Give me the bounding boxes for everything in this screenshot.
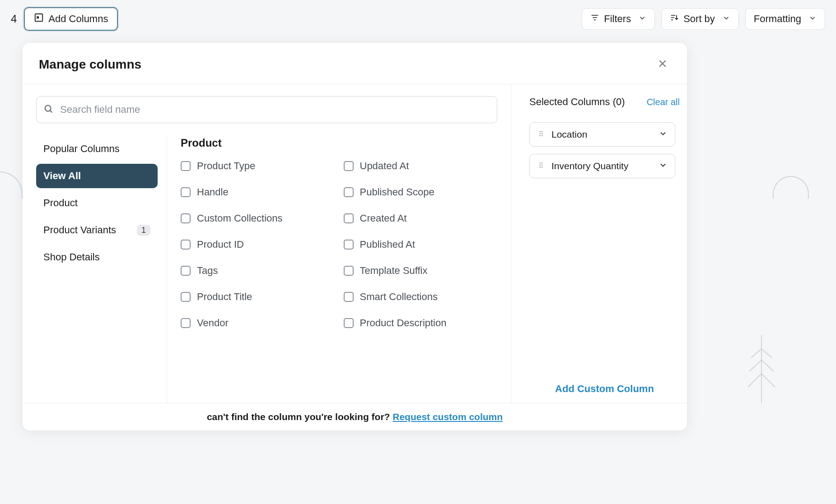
chevron-down-icon[interactable] (659, 129, 668, 140)
svg-point-24 (542, 135, 543, 136)
field-label: Product Type (197, 160, 255, 172)
sidebar-item-product-variants[interactable]: Product Variants 1 (36, 218, 158, 242)
sidebar-item-view-all[interactable]: View All (36, 164, 158, 188)
field-checkbox-item[interactable]: Created At (344, 213, 498, 224)
field-label: Product Description (360, 317, 447, 329)
svg-point-30 (542, 166, 543, 168)
add-columns-icon (34, 13, 44, 25)
svg-line-6 (761, 374, 775, 387)
sidebar-item-label: Product (43, 197, 78, 209)
field-checkbox-item[interactable]: Product Description (344, 317, 498, 329)
checkbox-icon (344, 240, 354, 250)
field-checkbox-item[interactable]: Product Type (181, 160, 335, 172)
top-toolbar: 4 Add Columns (0, 0, 836, 38)
checkbox-icon (181, 213, 191, 223)
sidebar-item-popular[interactable]: Popular Columns (36, 137, 158, 161)
filters-button[interactable]: Filters (582, 8, 655, 30)
field-checkbox-item[interactable]: Product ID (181, 239, 335, 250)
svg-line-18 (50, 111, 52, 113)
field-label: Vendor (197, 317, 229, 329)
field-checkbox-item[interactable]: Published Scope (344, 186, 498, 198)
field-label: Custom Collections (197, 213, 283, 224)
drag-handle-icon[interactable] (537, 129, 545, 139)
svg-point-21 (539, 133, 541, 134)
svg-point-23 (539, 135, 541, 136)
selected-column-label: Inventory Quantity (551, 161, 628, 171)
search-input[interactable] (36, 96, 497, 123)
field-checkbox-item[interactable]: Product Title (181, 291, 335, 303)
field-label: Smart Collections (360, 291, 438, 303)
add-custom-column-button[interactable]: Add Custom Column (529, 375, 680, 403)
svg-point-28 (542, 165, 543, 166)
field-checkbox-item[interactable]: Template Suffix (344, 265, 498, 277)
field-checkbox-item[interactable]: Updated At (344, 160, 498, 172)
chevron-down-icon (638, 13, 646, 25)
checkbox-icon (344, 187, 354, 197)
selected-column-item[interactable]: Inventory Quantity (529, 154, 675, 178)
clear-all-button[interactable]: Clear all (647, 97, 680, 107)
svg-point-29 (539, 166, 541, 168)
field-label: Handle (197, 186, 229, 198)
bg-tree-icon (746, 335, 777, 405)
field-label: Tags (197, 265, 218, 277)
checkbox-icon (181, 318, 191, 328)
field-label: Created At (360, 213, 407, 224)
sidebar-badge: 1 (137, 225, 150, 236)
fields-scroll-area[interactable]: Product Product Type Updated At Handle P… (167, 137, 497, 403)
field-label: Template Suffix (360, 265, 428, 277)
checkbox-icon (344, 292, 354, 302)
checkbox-icon (344, 213, 354, 223)
sort-by-label: Sort by (683, 13, 715, 25)
field-checkbox-item[interactable]: Published At (344, 239, 498, 250)
checkbox-icon (181, 161, 191, 171)
selected-column-item[interactable]: Location (529, 122, 675, 147)
checkbox-icon (181, 292, 191, 302)
selected-column-label: Location (551, 129, 587, 140)
add-columns-label: Add Columns (48, 13, 108, 25)
add-columns-button[interactable]: Add Columns (24, 7, 118, 31)
svg-line-5 (748, 374, 761, 387)
filter-icon (590, 13, 599, 25)
field-checkbox-item[interactable]: Tags (181, 265, 335, 277)
field-label: Product ID (197, 239, 244, 250)
svg-line-3 (749, 360, 761, 371)
selected-list-scroll[interactable]: Location Inventory Quantity (529, 122, 680, 375)
field-checkbox-item[interactable]: Smart Collections (344, 291, 498, 303)
checkbox-icon (181, 266, 191, 276)
field-checkbox-item[interactable]: Custom Collections (181, 213, 335, 224)
checkbox-icon (181, 187, 191, 197)
sidebar-item-label: View All (43, 170, 81, 182)
checkbox-icon (344, 266, 354, 276)
sidebar-item-label: Popular Columns (43, 143, 120, 155)
svg-point-22 (542, 133, 543, 134)
checkbox-icon (344, 318, 354, 328)
close-button[interactable] (654, 55, 671, 73)
category-sidebar: Popular Columns View All Product Product… (36, 137, 167, 403)
chevron-down-icon[interactable] (659, 161, 668, 171)
field-label: Published At (360, 239, 415, 250)
checkbox-icon (344, 161, 354, 171)
field-label: Updated At (360, 160, 409, 172)
drag-handle-icon[interactable] (537, 161, 545, 171)
bg-cloud-right (773, 176, 809, 199)
sort-by-button[interactable]: Sort by (661, 8, 739, 30)
chevron-down-icon (722, 13, 730, 25)
formatting-label: Formatting (754, 13, 801, 25)
svg-point-19 (539, 131, 541, 132)
field-checkbox-item[interactable]: Vendor (181, 317, 335, 329)
toolbar-number: 4 (11, 13, 17, 25)
svg-point-25 (539, 162, 541, 164)
close-icon (657, 64, 668, 70)
sidebar-item-label: Shop Details (43, 251, 100, 263)
svg-point-27 (539, 165, 541, 166)
sidebar-item-label: Product Variants (43, 224, 116, 236)
formatting-button[interactable]: Formatting (745, 8, 825, 30)
field-checkbox-item[interactable]: Handle (181, 186, 335, 198)
checkbox-icon (181, 240, 191, 250)
request-custom-column-link[interactable]: Request custom column (392, 412, 503, 422)
sidebar-item-product[interactable]: Product (36, 191, 158, 215)
section-heading: Product (181, 137, 497, 149)
sidebar-item-shop-details[interactable]: Shop Details (36, 245, 158, 269)
svg-line-2 (761, 349, 772, 358)
svg-point-20 (542, 131, 543, 132)
